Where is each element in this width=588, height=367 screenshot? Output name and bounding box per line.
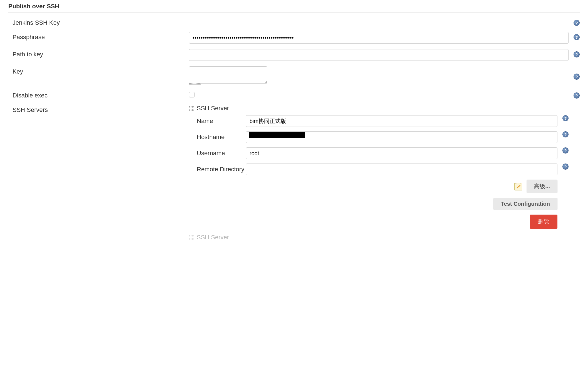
test-config-button-row: Test Configuration bbox=[189, 195, 569, 212]
passphrase-row: Passphrase ? bbox=[8, 29, 580, 46]
disable-exec-checkbox[interactable] bbox=[189, 92, 195, 97]
advanced-button[interactable]: 高级... bbox=[527, 180, 557, 193]
key-row: Key ? bbox=[8, 64, 580, 87]
disable-exec-row: Disable exec ? bbox=[8, 87, 580, 102]
help-icon[interactable]: ? bbox=[574, 34, 580, 40]
passphrase-input[interactable] bbox=[189, 32, 569, 44]
ssh-remote-dir-input[interactable] bbox=[246, 164, 557, 175]
redacted-overlay bbox=[249, 132, 305, 138]
ssh-server-block: SSH Server Name ? Hostname ? bbox=[189, 105, 569, 231]
path-to-key-row: Path to key ? bbox=[8, 46, 580, 64]
ghost-ssh-server-label: SSH Server bbox=[197, 234, 229, 241]
ssh-name-row: Name ? bbox=[189, 113, 569, 129]
ssh-username-row: Username ? bbox=[189, 145, 569, 161]
notepad-icon bbox=[514, 183, 522, 190]
help-icon[interactable]: ? bbox=[574, 51, 580, 57]
ssh-name-label: Name bbox=[189, 115, 246, 125]
section-header: Publish over SSH bbox=[8, 0, 580, 12]
help-icon[interactable]: ? bbox=[562, 164, 569, 170]
ssh-username-label: Username bbox=[189, 147, 246, 157]
help-icon[interactable]: ? bbox=[562, 147, 569, 154]
help-icon[interactable]: ? bbox=[562, 115, 569, 121]
jenkins-ssh-key-label: Jenkins SSH Key bbox=[8, 17, 189, 26]
key-textarea[interactable] bbox=[189, 66, 267, 84]
help-icon[interactable]: ? bbox=[562, 131, 569, 137]
drag-handle-icon[interactable] bbox=[189, 235, 194, 240]
help-icon[interactable]: ? bbox=[574, 92, 580, 99]
disable-exec-label: Disable exec bbox=[8, 90, 189, 99]
ssh-server-title: SSH Server bbox=[197, 105, 229, 112]
ssh-remote-dir-row: Remote Directory ? bbox=[189, 161, 569, 177]
test-configuration-button[interactable]: Test Configuration bbox=[494, 198, 557, 210]
textarea-resize-handle[interactable] bbox=[189, 83, 201, 85]
ssh-hostname-row: Hostname ? bbox=[189, 129, 569, 145]
jenkins-ssh-key-row: Jenkins SSH Key ? bbox=[8, 15, 580, 29]
path-to-key-input[interactable] bbox=[189, 49, 569, 61]
delete-button-row: 删除 bbox=[189, 212, 569, 231]
ssh-hostname-label: Hostname bbox=[189, 131, 246, 141]
help-icon[interactable]: ? bbox=[574, 20, 580, 26]
ssh-remote-dir-label: Remote Directory bbox=[189, 164, 246, 173]
advanced-button-row: 高级... bbox=[189, 177, 569, 195]
delete-button[interactable]: 删除 bbox=[530, 215, 557, 229]
ssh-server-header: SSH Server bbox=[189, 105, 569, 113]
ssh-servers-row: SSH Servers SSH Server Name ? Hostname bbox=[8, 102, 580, 234]
ssh-username-input[interactable] bbox=[246, 147, 557, 159]
ssh-servers-label: SSH Servers bbox=[8, 105, 189, 114]
ssh-name-input[interactable] bbox=[246, 115, 557, 127]
path-to-key-label: Path to key bbox=[8, 49, 189, 58]
key-label: Key bbox=[8, 66, 189, 75]
help-icon[interactable]: ? bbox=[574, 74, 580, 80]
drag-handle-icon[interactable] bbox=[189, 106, 194, 111]
ghost-ssh-server-row: SSH Server bbox=[8, 234, 580, 241]
passphrase-label: Passphrase bbox=[8, 32, 189, 41]
